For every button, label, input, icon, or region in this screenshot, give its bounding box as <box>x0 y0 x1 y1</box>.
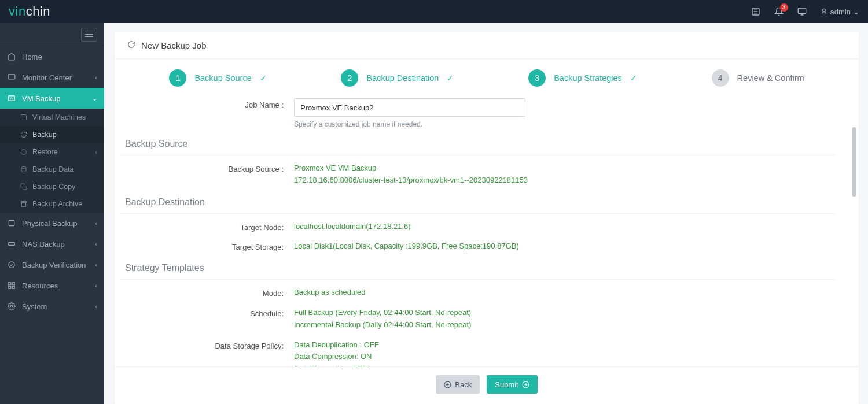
row-mode: Mode: Backup as scheduled <box>120 287 836 299</box>
content-scroll[interactable]: Job Name : Specify a customized job name… <box>115 94 859 366</box>
archive-icon <box>20 200 28 208</box>
value-mode: Backup as scheduled <box>294 287 836 299</box>
scrollbar-thumb[interactable] <box>852 127 856 197</box>
chevron-left-icon: ‹ <box>95 303 97 310</box>
sidebar-sub-label: Restore <box>32 148 58 156</box>
sidebar-toggle[interactable] <box>0 23 104 46</box>
sidebar-sub-vms[interactable]: Virtual Machines <box>0 109 104 126</box>
chevron-left-icon: ‹ <box>95 240 97 247</box>
sidebar-item-physical[interactable]: Physical Backup ‹ <box>0 213 104 233</box>
chevron-left-icon: ‹ <box>95 261 97 268</box>
step-number: 3 <box>528 69 546 87</box>
sidebar-item-home[interactable]: Home <box>0 46 104 67</box>
wizard-step-4[interactable]: 4 Review & Confirm <box>712 69 804 87</box>
sidebar-item-system[interactable]: System ‹ <box>0 296 104 317</box>
section-backup-source: Backup Source <box>120 136 836 155</box>
chevron-down-icon: ⌄ <box>92 95 97 102</box>
wizard-steps: 1 Backup Source ✓ 2 Backup Destination ✓… <box>115 59 859 94</box>
svg-rect-20 <box>12 283 14 285</box>
panel: New Backup Job 1 Backup Source ✓ 2 Backu… <box>115 32 859 404</box>
sidebar-item-monitor[interactable]: Monitor Center ‹ <box>0 67 104 88</box>
row-source: Backup Source : Proxmox VE VM Backup 172… <box>120 162 836 187</box>
brand-logo: vinchin <box>9 4 50 19</box>
label-target-storage: Target Storage: <box>120 240 294 251</box>
sidebar-item-resources[interactable]: Resources ‹ <box>0 275 104 296</box>
list-icon[interactable] <box>751 6 761 17</box>
main-area: New Backup Job 1 Backup Source ✓ 2 Backu… <box>104 23 868 404</box>
svg-rect-17 <box>9 243 15 246</box>
check-icon: ✓ <box>447 73 454 83</box>
scrollbar[interactable] <box>851 127 856 346</box>
svg-rect-15 <box>22 203 26 207</box>
chevron-left-icon: ‹ <box>95 74 97 81</box>
sidebar-item-label: VM Backup <box>22 94 60 103</box>
svg-rect-19 <box>9 283 11 285</box>
row-target-storage: Target Storage: Local Disk1(Local Disk, … <box>120 240 836 253</box>
submit-button[interactable]: Submit <box>487 375 537 394</box>
check-icon: ✓ <box>630 73 637 83</box>
sidebar-sub-backup[interactable]: Backup <box>0 126 104 143</box>
data-icon <box>20 165 28 173</box>
restore-icon <box>20 148 28 156</box>
vm-icon: VM <box>7 94 16 103</box>
row-storage-policy: Data Storage Policy: Data Deduplication … <box>120 339 836 366</box>
jobname-hint: Specify a customized job name if needed. <box>294 120 836 128</box>
chevron-down-icon: ⌄ <box>853 8 859 16</box>
sidebar-sub-restore[interactable]: Restore ‹ <box>0 143 104 161</box>
svg-rect-4 <box>798 8 806 13</box>
footer-actions: Back Submit <box>115 366 859 404</box>
sidebar-sub-backup-data[interactable]: Backup Data <box>0 161 104 178</box>
physical-icon <box>7 218 16 228</box>
value-source-1: Proxmox VE VM Backup <box>294 162 836 175</box>
svg-rect-11 <box>21 115 27 120</box>
resources-icon <box>7 281 16 290</box>
refresh-icon[interactable] <box>127 40 135 50</box>
sidebar-item-vmbackup[interactable]: VM VM Backup ⌄ <box>0 88 104 109</box>
vms-icon <box>20 113 28 121</box>
step-number: 2 <box>341 69 358 87</box>
label-mode: Mode: <box>120 287 294 298</box>
step-label: Backup Destination <box>366 73 439 83</box>
svg-rect-21 <box>9 286 11 288</box>
row-schedule: Schedule: Full Backup (Every Friday, 02:… <box>120 307 836 331</box>
wizard-step-2[interactable]: 2 Backup Destination ✓ <box>341 69 454 87</box>
wizard-step-3[interactable]: 3 Backup Strategies ✓ <box>528 69 637 87</box>
back-button[interactable]: Back <box>436 375 480 394</box>
bell-icon[interactable]: 3 <box>774 6 784 17</box>
verify-icon <box>7 260 16 269</box>
svg-point-7 <box>822 9 825 12</box>
step-number: 1 <box>169 69 186 87</box>
check-icon: ✓ <box>260 73 267 83</box>
monitor-icon[interactable] <box>797 6 807 17</box>
svg-rect-22 <box>12 286 14 288</box>
row-jobname: Job Name : Specify a customized job name… <box>120 98 836 128</box>
sidebar-item-nas[interactable]: NAS Backup ‹ <box>0 233 104 254</box>
gear-icon <box>7 302 16 311</box>
sidebar-sub-label: Virtual Machines <box>32 113 86 121</box>
sidebar-sub-backup-copy[interactable]: Backup Copy <box>0 178 104 195</box>
home-icon <box>7 52 16 61</box>
label-source: Backup Source : <box>120 162 294 173</box>
user-name: admin <box>830 8 851 16</box>
step-label: Backup Strategies <box>554 73 622 83</box>
value-storage-policy-1: Data Deduplication : OFF <box>294 339 836 351</box>
value-target-node: localhost.localdomain(172.18.21.6) <box>294 221 836 233</box>
label-target-node: Target Node: <box>120 221 294 232</box>
value-source-2: 172.18.16.60:8006/cluster-test-13/proxmo… <box>294 175 836 187</box>
step-label: Backup Source <box>194 73 251 83</box>
sidebar-item-label: Physical Backup <box>22 219 77 228</box>
jobname-input[interactable] <box>294 98 525 117</box>
wizard-step-1[interactable]: 1 Backup Source ✓ <box>169 69 266 87</box>
sidebar-sub-label: Backup Copy <box>32 183 75 191</box>
value-storage-policy-2: Data Compression: ON <box>294 351 836 363</box>
back-label: Back <box>455 380 472 389</box>
step-number: 4 <box>712 69 729 87</box>
sidebar-item-label: Resources <box>22 281 58 290</box>
sidebar-item-verification[interactable]: Backup Verification ‹ <box>0 254 104 275</box>
label-jobname: Job Name : <box>120 98 294 109</box>
chevron-left-icon: ‹ <box>95 149 97 155</box>
user-menu[interactable]: admin ⌄ <box>820 8 859 16</box>
sidebar-item-label: Monitor Center <box>22 73 72 82</box>
section-backup-destination: Backup Destination <box>120 195 836 214</box>
sidebar-sub-backup-archive[interactable]: Backup Archive <box>0 195 104 213</box>
